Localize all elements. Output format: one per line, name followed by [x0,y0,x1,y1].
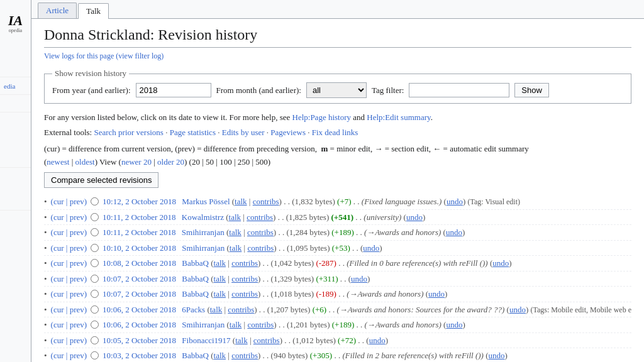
prev-link[interactable]: prev [70,274,84,283]
prev-link[interactable]: prev [70,305,84,314]
revision-radio-11[interactable] [91,351,99,359]
revision-radio-5[interactable] [91,259,99,267]
talk-link[interactable]: talk [229,228,242,237]
talk-link[interactable]: talk [210,305,223,314]
revision-radio-7[interactable] [91,290,99,298]
prev-link[interactable]: prev [70,212,84,222]
filter-show-button[interactable]: Show [514,83,549,97]
nav-newer20-link[interactable]: newer 20 [121,157,152,167]
contribs-link[interactable]: contribs [231,274,258,283]
compare-revisions-button[interactable]: Compare selected revisions [44,172,158,188]
revision-date-link[interactable]: 10:05, 2 October 2018 [103,334,176,347]
prev-link[interactable]: prev [70,289,84,299]
sidebar-item-4[interactable] [0,150,31,168]
filter-year-input[interactable] [136,83,211,97]
revision-radio-4[interactable] [91,244,99,252]
talk-link[interactable]: talk [235,336,248,345]
revision-user-link[interactable]: 6Packs [182,305,205,314]
sidebar-item-1[interactable] [0,60,31,77]
prev-link[interactable]: prev [70,197,84,206]
revision-user-link[interactable]: Fibonacci1917 [182,336,230,345]
contribs-link[interactable]: contribs [231,258,258,268]
cur-link[interactable]: cur [53,305,64,314]
talk-link[interactable]: talk [214,274,226,283]
cur-link[interactable]: cur [53,212,64,222]
revision-date-link[interactable]: 10:06, 2 October 2018 [103,304,176,316]
sidebar-item-2[interactable]: edia [0,77,31,95]
revision-user-link[interactable]: BabbaQ [182,289,209,299]
tab-talk[interactable]: Talk [78,3,109,19]
contribs-link[interactable]: contribs [253,336,280,345]
revision-date-link[interactable]: 10:03, 2 October 2018 [103,349,176,362]
undo-link[interactable]: undo [406,212,423,222]
undo-link[interactable]: undo [351,274,367,283]
revision-user-link[interactable]: Markus Pössel [182,197,230,206]
talk-link[interactable]: talk [214,258,226,268]
contribs-link[interactable]: contribs [247,243,274,253]
contribs-link[interactable]: contribs [231,289,258,299]
talk-link[interactable]: talk [230,320,242,329]
view-logs-link[interactable]: View logs for this page (view filter log… [44,52,164,60]
prev-link[interactable]: prev [70,243,84,253]
undo-link[interactable]: undo [446,320,462,329]
undo-link[interactable]: undo [447,197,463,206]
revision-date-link[interactable]: 10:08, 2 October 2018 [103,257,176,270]
filter-tag-input[interactable] [409,83,509,97]
cur-link[interactable]: cur [53,197,64,206]
talk-link[interactable]: talk [214,289,226,299]
pageviews-link[interactable]: Pageviews [270,128,306,137]
revision-user-link[interactable]: Smihirranjan [182,243,225,253]
cur-link[interactable]: cur [53,243,64,253]
revision-radio-3[interactable] [91,228,99,236]
search-prior-versions-link[interactable]: Search prior versions [94,128,163,137]
nav-oldest-link[interactable]: oldest [75,157,95,167]
revision-radio-1[interactable] [91,197,99,206]
help-edit-summary-link[interactable]: Help:Edit summary [367,112,430,122]
edits-by-user-link[interactable]: Edits by user [222,128,265,137]
revision-radio-6[interactable] [91,275,99,283]
talk-link[interactable]: talk [235,197,247,206]
prev-link[interactable]: prev [70,258,84,268]
revision-user-link[interactable]: Smihirranjan [182,228,225,237]
talk-link[interactable]: talk [214,351,226,360]
prev-link[interactable]: prev [70,351,84,360]
nav-newest-link[interactable]: newest [47,157,69,167]
tab-article[interactable]: Article [38,3,77,18]
undo-link[interactable]: undo [428,289,445,299]
filter-month-select[interactable]: all January February March April May Jun… [306,82,367,98]
nav-older20-link[interactable]: older 20 [157,157,184,167]
sidebar-item-5[interactable] [0,193,31,211]
prev-link[interactable]: prev [70,228,84,237]
wiki-logo[interactable]: IA opedia [3,6,28,41]
help-page-history-link[interactable]: Help:Page history [292,112,352,122]
revision-date-link[interactable]: 10:11, 2 October 2018 [103,226,176,239]
undo-link[interactable]: undo [369,336,386,345]
sidebar-item-3[interactable] [0,95,31,112]
cur-link[interactable]: cur [53,336,64,345]
cur-link[interactable]: cur [53,274,64,283]
undo-link[interactable]: undo [363,243,379,253]
contribs-link[interactable]: contribs [247,212,273,222]
contribs-link[interactable]: contribs [247,320,274,329]
revision-radio-10[interactable] [91,336,99,344]
undo-link[interactable]: undo [509,305,526,314]
contribs-link[interactable]: contribs [231,351,258,360]
revision-date-link[interactable]: 10:06, 2 October 2018 [103,319,176,331]
cur-link[interactable]: cur [53,351,64,360]
undo-link[interactable]: undo [492,258,509,268]
undo-link[interactable]: undo [489,351,505,360]
revision-date-link[interactable]: 10:11, 2 October 2018 [103,211,176,224]
page-statistics-link[interactable]: Page statistics [170,128,216,137]
fix-dead-links-link[interactable]: Fix dead links [312,128,358,137]
revision-radio-8[interactable] [91,305,99,314]
prev-link[interactable]: prev [70,336,84,345]
talk-link[interactable]: talk [230,243,242,253]
revision-user-link[interactable]: Smihirranjan [182,320,225,329]
undo-link[interactable]: undo [446,228,462,237]
cur-link[interactable]: cur [53,258,64,268]
contribs-link[interactable]: contribs [228,305,254,314]
revision-date-link[interactable]: 10:07, 2 October 2018 [103,288,176,300]
revision-date-link[interactable]: 10:07, 2 October 2018 [103,273,176,285]
revision-user-link[interactable]: BabbaQ [182,274,209,283]
prev-link[interactable]: prev [70,320,84,329]
